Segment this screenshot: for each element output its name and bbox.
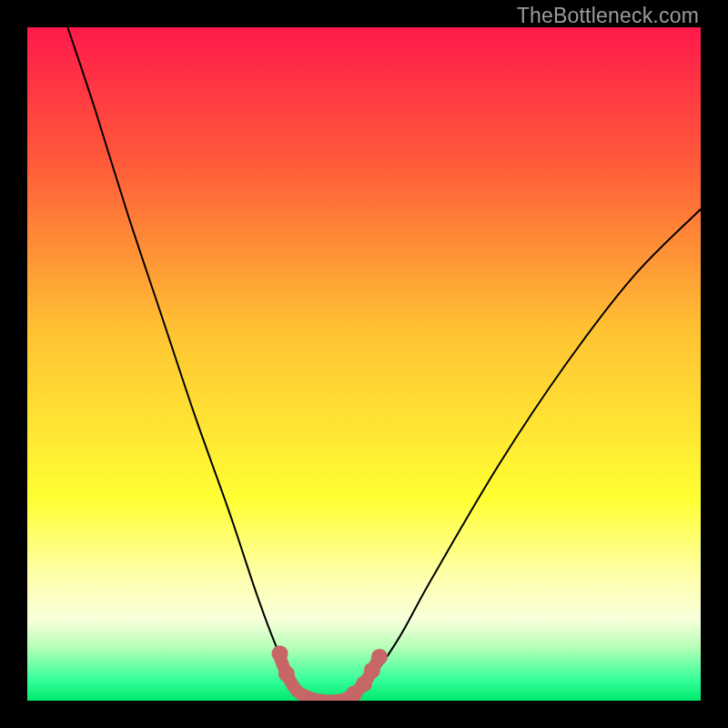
series-bottleneck-curve <box>67 27 701 701</box>
watermark-text: TheBottleneck.com <box>517 4 699 28</box>
plot-area <box>27 27 701 701</box>
chart-frame: TheBottleneck.com <box>0 0 728 728</box>
marker-dot <box>272 645 288 662</box>
chart-svg <box>27 27 701 701</box>
marker-dot <box>278 665 295 682</box>
marker-dot <box>371 649 388 665</box>
